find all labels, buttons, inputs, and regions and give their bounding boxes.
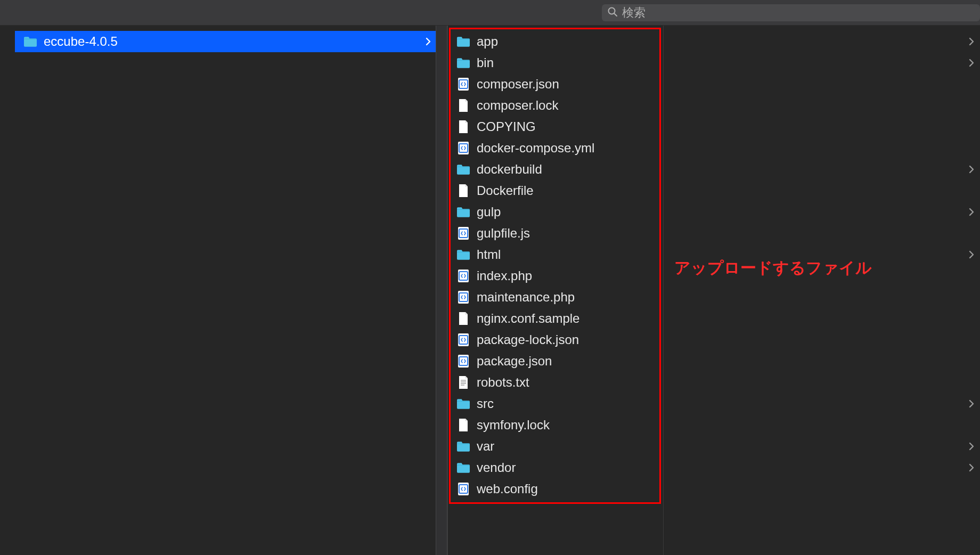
file-row[interactable]: index.php	[448, 265, 663, 287]
folder-row[interactable]: html	[448, 244, 663, 265]
folder-icon	[455, 206, 471, 218]
file-row[interactable]: Dockerfile	[448, 180, 663, 201]
item-label: package.json	[477, 354, 659, 369]
chevron-right-icon	[968, 37, 975, 46]
item-label: index.php	[477, 268, 659, 283]
chevron-slot	[968, 95, 975, 116]
chevron-slot	[968, 308, 975, 329]
text-file-icon	[455, 376, 471, 389]
folder-icon	[455, 36, 471, 47]
chevron-slot	[968, 372, 975, 393]
chevron-right-icon	[968, 208, 975, 216]
code-file-icon	[455, 482, 471, 496]
code-file-icon	[455, 290, 471, 304]
file-row[interactable]: gulpfile.js	[448, 223, 663, 244]
folder-icon	[22, 36, 38, 47]
chevron-slot	[968, 329, 975, 350]
chevron-slot	[968, 180, 975, 201]
file-row[interactable]: docker-compose.yml	[448, 137, 663, 159]
chevron-slot	[968, 265, 975, 287]
file-row[interactable]: package-lock.json	[448, 329, 663, 350]
blank-file-icon	[455, 99, 471, 112]
chevron-right-icon	[968, 59, 975, 67]
chevron-slot	[968, 116, 975, 137]
item-label: src	[477, 396, 659, 411]
window-toolbar	[0, 0, 980, 26]
chevron-slot	[968, 159, 975, 180]
file-row[interactable]: robots.txt	[448, 372, 663, 393]
folder-icon	[455, 462, 471, 474]
chevron-slot	[968, 74, 975, 95]
item-label: web.config	[477, 481, 659, 496]
chevron-slot	[968, 223, 975, 244]
chevron-slot	[968, 350, 975, 372]
chevron-slot	[968, 436, 975, 457]
folder-row[interactable]: eccube-4.0.5	[15, 31, 436, 52]
svg-line-1	[614, 13, 617, 16]
chevron-right-icon	[425, 37, 431, 46]
file-row[interactable]: package.json	[448, 350, 663, 372]
folder-row[interactable]: app	[448, 31, 663, 52]
item-label: docker-compose.yml	[477, 141, 659, 156]
folder-icon	[455, 398, 471, 410]
blank-file-icon	[455, 418, 471, 432]
code-file-icon	[455, 141, 471, 155]
code-file-icon	[455, 333, 471, 347]
file-row[interactable]: maintenance.php	[448, 287, 663, 308]
chevron-slot	[968, 414, 975, 436]
search-input[interactable]	[618, 6, 975, 20]
folder-row[interactable]: src	[448, 393, 663, 414]
finder-column-view: eccube-4.0.5 appbincomposer.jsoncomposer…	[0, 26, 980, 555]
folder-icon	[455, 57, 471, 69]
folder-row[interactable]: var	[448, 436, 663, 457]
folder-row[interactable]: gulp	[448, 201, 663, 223]
item-label: app	[477, 34, 659, 49]
chevron-slot	[968, 31, 975, 52]
chevron-slot	[968, 137, 975, 159]
folder-icon	[455, 249, 471, 260]
item-label: nginx.conf.sample	[477, 311, 659, 326]
file-row[interactable]: nginx.conf.sample	[448, 308, 663, 329]
item-label: maintenance.php	[477, 290, 659, 305]
column-3-chevrons	[968, 31, 975, 500]
item-label: symfony.lock	[477, 418, 659, 432]
item-label: eccube-4.0.5	[44, 34, 425, 49]
code-file-icon	[455, 269, 471, 283]
item-label: var	[477, 439, 659, 454]
item-label: COPYING	[477, 119, 659, 134]
search-icon	[607, 6, 618, 19]
file-row[interactable]: web.config	[448, 478, 663, 500]
folder-row[interactable]: vendor	[448, 457, 663, 478]
file-row[interactable]: COPYING	[448, 116, 663, 137]
blank-file-icon	[455, 120, 471, 134]
column-1: eccube-4.0.5	[15, 26, 436, 555]
code-file-icon	[455, 226, 471, 240]
code-file-icon	[455, 77, 471, 91]
chevron-slot	[968, 478, 975, 500]
column-divider[interactable]	[436, 26, 447, 555]
file-row[interactable]: symfony.lock	[448, 414, 663, 436]
annotation-caption: アップロードするファイル	[674, 257, 872, 279]
folder-row[interactable]: dockerbuild	[448, 159, 663, 180]
search-field[interactable]	[602, 4, 980, 21]
item-label: bin	[477, 55, 659, 70]
item-label: Dockerfile	[477, 183, 659, 198]
file-row[interactable]: composer.json	[448, 74, 663, 95]
chevron-slot	[968, 52, 975, 74]
item-label: composer.json	[477, 77, 659, 92]
folder-row[interactable]: bin	[448, 52, 663, 74]
item-label: dockerbuild	[477, 162, 659, 177]
item-label: gulp	[477, 205, 659, 219]
item-label: composer.lock	[477, 98, 659, 113]
chevron-right-icon	[968, 165, 975, 174]
column-2: appbincomposer.jsoncomposer.lockCOPYINGd…	[447, 26, 663, 555]
file-row[interactable]: composer.lock	[448, 95, 663, 116]
chevron-right-icon	[968, 250, 975, 259]
chevron-slot	[968, 244, 975, 265]
folder-icon	[455, 440, 471, 452]
chevron-slot	[968, 201, 975, 223]
code-file-icon	[455, 354, 471, 368]
blank-file-icon	[455, 312, 471, 325]
item-label: html	[477, 247, 659, 262]
folder-icon	[455, 164, 471, 175]
